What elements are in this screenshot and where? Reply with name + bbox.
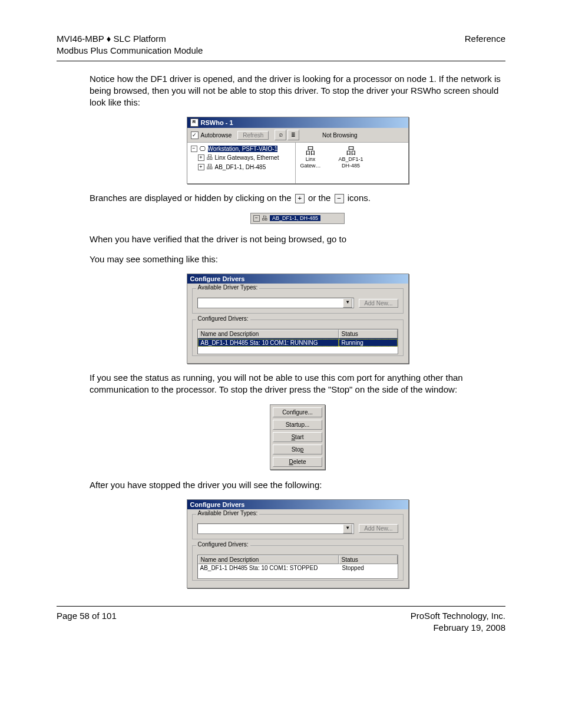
network-icon: 品 [207, 153, 213, 162]
paragraph-2: Branches are displayed or hidden by clic… [90, 192, 505, 204]
rswho-title: RSWho - 1 [201, 119, 233, 126]
footer-right: ProSoft Technology, Inc. February 19, 20… [411, 610, 505, 634]
text: icons. [348, 193, 371, 203]
driver-name: AB_DF1-1 DH485 Sta: 10 COM1: STOPPED [198, 565, 340, 571]
page-number: Page 58 of 101 [57, 610, 117, 634]
page-footer: Page 58 of 101 ProSoft Technology, Inc. … [57, 606, 505, 634]
driver-type-combo: ▼ Add New... [197, 298, 398, 308]
col-status-header[interactable]: Status [339, 555, 398, 564]
available-types-fieldset: Available Driver Types: ▼ Add New... [192, 288, 404, 314]
expand-icon[interactable]: + [198, 164, 204, 170]
view-details-icon[interactable]: ≣ [287, 130, 299, 140]
chevron-down-icon[interactable]: ▼ [343, 298, 352, 308]
cfg-content: Available Driver Types: ▼ Add New... Con… [187, 509, 408, 588]
delete-button[interactable]: Delete [273, 457, 322, 467]
cfg-title: Configure Drivers [190, 501, 245, 508]
fieldset-legend: Configured Drivers: [196, 541, 250, 548]
collapse-icon[interactable]: − [191, 146, 197, 152]
workstation-icon: 🖵 [200, 146, 206, 152]
driver-buttons-panel: Configure... Startup... Start Stop Delet… [270, 404, 325, 470]
list-row-running[interactable]: AB_DF1-1 DH485 Sta: 10 COM1: RUNNING Run… [198, 338, 398, 347]
module-title: Modbus Plus Communication Module [57, 45, 203, 55]
driver-type-select[interactable]: ▼ [197, 298, 355, 308]
driver-status: Stopped [340, 565, 398, 571]
tree-node-linx-label: Linx Gateways, Ethernet [215, 154, 279, 161]
rswho-titlebar: R RSWho - 1 [187, 117, 408, 128]
tree-view[interactable]: − 🖵 Workstation, PSFT-VAIO-1 + 品 Linx Ga… [187, 143, 296, 183]
driver-status: Running [339, 339, 398, 347]
page-header: MVI46-MBP ♦ SLC Platform Modbus Plus Com… [57, 33, 505, 61]
list-header: Name and Description Status [198, 555, 398, 564]
collapse-icon[interactable]: − [253, 215, 260, 222]
fieldset-legend: Available Driver Types: [196, 284, 260, 291]
network-icon: 品 [300, 145, 321, 156]
configured-drivers-fieldset: Configured Drivers: Name and Description… [192, 319, 404, 356]
startup-button[interactable]: Startup... [273, 420, 322, 430]
cfg-titlebar: Configure Drivers [187, 274, 408, 284]
expand-icon[interactable]: + [198, 154, 204, 161]
browse-status: Not Browsing [322, 132, 404, 139]
fieldset-legend: Configured Drivers: [196, 315, 250, 322]
start-button[interactable]: Start [273, 432, 322, 442]
refresh-button[interactable]: Refresh [237, 131, 269, 140]
device-label: DH-485 [339, 163, 363, 169]
list-row-empty [198, 347, 398, 354]
list-row-empty [198, 571, 398, 578]
add-new-button[interactable]: Add New... [359, 524, 398, 533]
col-status-header[interactable]: Status [339, 330, 398, 338]
driver-type-combo: ▼ Add New... [197, 523, 398, 534]
available-types-fieldset: Available Driver Types: ▼ Add New... [192, 514, 404, 539]
product-title: MVI46-MBP ♦ SLC Platform [57, 34, 166, 44]
network-icon: 品 [207, 163, 213, 171]
header-left: MVI46-MBP ♦ SLC Platform Modbus Plus Com… [57, 33, 203, 57]
list-header: Name and Description Status [198, 330, 398, 338]
view-large-icon[interactable]: ⎚ [275, 130, 286, 140]
col-name-header[interactable]: Name and Description [198, 330, 339, 338]
cfg-titlebar: Configure Drivers [187, 500, 408, 509]
text: Branches are displayed or hidden by clic… [90, 193, 294, 203]
network-icon: 品 [339, 145, 363, 156]
tree-node-strip: − 品 AB_DF1-1, DH-485 [250, 213, 345, 224]
paragraph-6: After you have stopped the driver you wi… [90, 479, 505, 491]
device-df1[interactable]: 品 AB_DF1-1 DH-485 [339, 145, 363, 175]
tree-root-label: Workstation, PSFT-VAIO-1 [208, 146, 278, 152]
configure-button[interactable]: Configure... [273, 407, 322, 417]
app-icon: R [190, 118, 199, 127]
device-label: Gatew… [300, 163, 321, 169]
tree-root[interactable]: − 🖵 Workstation, PSFT-VAIO-1 [190, 145, 293, 153]
device-label: AB_DF1-1 [339, 156, 363, 163]
drivers-list[interactable]: Name and Description Status AB_DF1-1 DH4… [197, 329, 398, 354]
paragraph-5: If you see the status as running, you wi… [90, 372, 505, 396]
list-row-stopped[interactable]: AB_DF1-1 DH485 Sta: 10 COM1: STOPPED Sto… [198, 564, 398, 571]
add-new-button[interactable]: Add New... [359, 299, 398, 308]
chevron-down-icon[interactable]: ▼ [343, 524, 352, 533]
plus-icon: + [295, 194, 305, 203]
document-date: February 19, 2008 [433, 622, 505, 633]
driver-type-select[interactable]: ▼ [197, 523, 355, 534]
device-linx[interactable]: 品 Linx Gatew… [300, 145, 321, 175]
autobrowse-label: Autobrowse [201, 132, 232, 139]
rswho-body: − 🖵 Workstation, PSFT-VAIO-1 + 品 Linx Ga… [187, 143, 408, 183]
paragraph-4: You may see something like this: [90, 253, 505, 265]
network-icon: 品 [262, 215, 267, 222]
device-label: Linx [300, 156, 321, 163]
tree-node-df1[interactable]: + 品 AB_DF1-1, DH-485 [190, 162, 293, 172]
body: Notice how the DF1 driver is opened, and… [90, 73, 505, 588]
tree-node-label: AB_DF1-1, DH-485 [270, 215, 320, 221]
cfg-content: Available Driver Types: ▼ Add New... Con… [187, 284, 408, 363]
autobrowse-checkbox[interactable]: ✓ Autobrowse [191, 131, 232, 139]
company-name: ProSoft Technology, Inc. [411, 611, 505, 621]
paragraph-1: Notice how the DF1 driver is opened, and… [90, 73, 505, 109]
rswho-window: R RSWho - 1 ✓ Autobrowse Refresh ⎚ ≣ Not… [187, 117, 409, 184]
device-pane: 品 Linx Gatew… 品 AB_DF1-1 DH-485 [296, 143, 408, 183]
tree-node-linx[interactable]: + 品 Linx Gateways, Ethernet [190, 153, 293, 162]
configure-drivers-window-stopped: Configure Drivers Available Driver Types… [187, 499, 409, 588]
drivers-list[interactable]: Name and Description Status AB_DF1-1 DH4… [197, 555, 398, 579]
stop-button[interactable]: Stop [273, 444, 322, 454]
fieldset-legend: Available Driver Types: [196, 510, 260, 516]
configure-drivers-window-running: Configure Drivers Available Driver Types… [187, 274, 409, 364]
col-name-header[interactable]: Name and Description [198, 555, 339, 564]
paragraph-3: When you have verified that the driver i… [90, 233, 505, 245]
cfg-title: Configure Drivers [190, 275, 245, 282]
header-right: Reference [465, 33, 505, 57]
